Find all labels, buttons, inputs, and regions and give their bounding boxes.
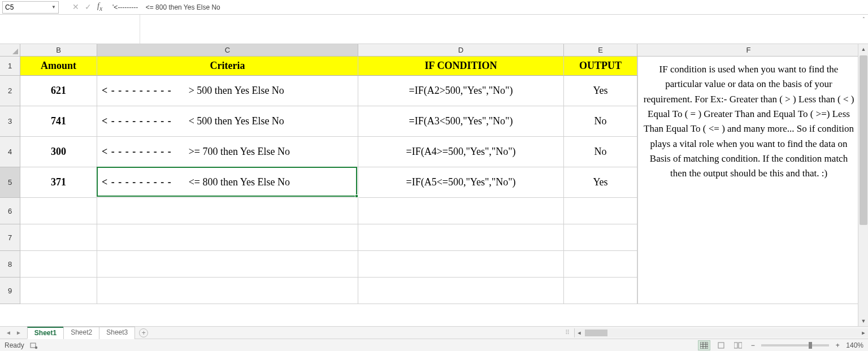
vertical-scrollbar[interactable]: ▲ ▼ (858, 44, 868, 326)
cell-C5[interactable]: < - - - - - - - - -<= 800 then Yes Else … (97, 167, 358, 198)
cell-D8[interactable] (358, 251, 564, 278)
sheet-tabs-bar: ◄ ► Sheet1Sheet2Sheet3 + ⠿ ◄ ► (0, 326, 868, 339)
cell-E1[interactable]: OUTPUT (564, 57, 637, 76)
cell-C3[interactable]: < - - - - - - - - -< 500 then Yes Else N… (97, 106, 358, 137)
cell-B4[interactable]: 300 (20, 137, 97, 167)
sheet-tab-sheet2[interactable]: Sheet2 (63, 327, 99, 339)
cell-D3[interactable]: =IF(A3<500,"Yes","No") (358, 106, 564, 137)
view-page-break-button[interactable] (732, 340, 744, 350)
spreadsheet-grid: BCDEF 123456789 AmountCriteriaIF CONDITI… (0, 44, 868, 326)
status-label: Ready (5, 341, 24, 349)
cell-D1[interactable]: IF CONDITION (358, 57, 564, 76)
name-box-dropdown-icon[interactable]: ▼ (51, 5, 56, 10)
svg-rect-9 (739, 343, 742, 348)
row-header-7[interactable]: 7 (0, 224, 20, 251)
svg-rect-7 (718, 343, 724, 348)
cells-area[interactable]: AmountCriteriaIF CONDITIONOUTPUT621< - -… (20, 57, 637, 304)
cell-D7[interactable] (358, 224, 564, 251)
cell-E5[interactable]: Yes (564, 167, 637, 198)
name-box[interactable]: C5 ▼ (2, 1, 59, 14)
macro-record-icon[interactable] (30, 341, 38, 349)
cell-D2[interactable]: =IF(A2>500,"Yes","No") (358, 76, 564, 106)
cell-B9[interactable] (20, 278, 97, 304)
sheet-tab-sheet3[interactable]: Sheet3 (99, 327, 135, 339)
cell-C4[interactable]: < - - - - - - - - ->= 700 then Yes Else … (97, 137, 358, 167)
row-header-1[interactable]: 1 (0, 57, 20, 76)
column-header-F[interactable]: F (637, 44, 860, 57)
scroll-left-icon[interactable]: ◄ (575, 330, 584, 336)
sheet-nav: ◄ ► (0, 330, 27, 336)
vscroll-thumb[interactable] (860, 55, 867, 225)
svg-point-1 (34, 346, 37, 348)
scroll-down-icon[interactable]: ▼ (858, 316, 868, 326)
row-header-9[interactable]: 9 (0, 278, 20, 304)
cell-C1[interactable]: Criteria (97, 57, 358, 76)
row-header-4[interactable]: 4 (0, 137, 20, 167)
cell-D4[interactable]: =IF(A4>=500,"Yes","No") (358, 137, 564, 167)
formula-bar-text[interactable]: '<--------- <= 800 then Yes Else No (107, 3, 868, 11)
sheet-tab-sheet1[interactable]: Sheet1 (27, 327, 64, 339)
fx-icon[interactable]: fx (97, 2, 102, 12)
cell-E4[interactable]: No (564, 137, 637, 167)
row-header-6[interactable]: 6 (0, 198, 20, 224)
svg-rect-0 (31, 343, 36, 348)
cell-C7[interactable] (97, 224, 358, 251)
sheet-nav-next-icon[interactable]: ► (16, 330, 21, 336)
select-all-corner[interactable] (0, 44, 20, 57)
column-header-B[interactable]: B (20, 44, 97, 57)
scroll-right-icon[interactable]: ► (859, 330, 868, 336)
zoom-slider-thumb[interactable] (809, 342, 812, 349)
column-header-E[interactable]: E (564, 44, 637, 57)
svg-rect-8 (734, 343, 737, 348)
row-header-3[interactable]: 3 (0, 106, 20, 137)
zoom-in-button[interactable]: + (834, 341, 841, 349)
cell-B6[interactable] (20, 198, 97, 224)
cell-B1[interactable]: Amount (20, 57, 97, 76)
cell-B7[interactable] (20, 224, 97, 251)
hscroll-thumb[interactable] (585, 330, 607, 336)
row-header-2[interactable]: 2 (0, 76, 20, 106)
cell-B3[interactable]: 741 (20, 106, 97, 137)
cell-C2[interactable]: < - - - - - - - - -> 500 then Yes Else N… (97, 76, 358, 106)
collapse-formula-bar-icon[interactable]: ˆ (863, 17, 865, 23)
formula-bar-buttons: ✕ ✓ fx (68, 2, 107, 12)
cell-E8[interactable] (564, 251, 637, 278)
cell-E3[interactable]: No (564, 106, 637, 137)
cancel-icon[interactable]: ✕ (72, 2, 79, 11)
sheet-nav-prev-icon[interactable]: ◄ (6, 330, 11, 336)
cell-C8[interactable] (97, 251, 358, 278)
view-normal-button[interactable] (698, 340, 710, 350)
formula-bar-expanded: ˆ (0, 15, 868, 44)
cell-B8[interactable] (20, 251, 97, 278)
formula-bar: C5 ▼ ✕ ✓ fx '<--------- <= 800 then Yes … (0, 0, 868, 15)
name-box-value: C5 (5, 3, 14, 11)
cell-D5[interactable]: =IF(A5<=500,"Yes","No") (358, 167, 564, 198)
zoom-out-button[interactable]: − (749, 341, 757, 349)
zoom-slider[interactable] (761, 344, 829, 346)
cell-C6[interactable] (97, 198, 358, 224)
cell-D6[interactable] (358, 198, 564, 224)
column-headers: BCDEF (20, 44, 860, 57)
row-header-8[interactable]: 8 (0, 251, 20, 278)
add-sheet-button[interactable]: + (139, 328, 148, 337)
cell-E9[interactable] (564, 278, 637, 304)
cell-B5[interactable]: 371 (20, 167, 97, 198)
cell-D9[interactable] (358, 278, 564, 304)
cell-B2[interactable]: 621 (20, 76, 97, 106)
scroll-up-icon[interactable]: ▲ (858, 44, 868, 54)
cell-E2[interactable]: Yes (564, 76, 637, 106)
row-headers: 123456789 (0, 57, 20, 304)
row-header-5[interactable]: 5 (0, 167, 20, 198)
cell-E7[interactable] (564, 224, 637, 251)
zoom-level[interactable]: 140% (846, 341, 863, 349)
cell-F-description[interactable]: IF condition is used when you want to fi… (637, 57, 860, 304)
cell-C9[interactable] (97, 278, 358, 304)
column-header-D[interactable]: D (358, 44, 564, 57)
cell-E6[interactable] (564, 198, 637, 224)
view-page-layout-button[interactable] (715, 340, 727, 350)
column-header-C[interactable]: C (97, 44, 358, 57)
horizontal-scrollbar[interactable]: ◄ ► (574, 328, 868, 337)
tab-split-handle[interactable]: ⠿ (562, 329, 574, 336)
status-bar: Ready − + 140% (0, 339, 868, 351)
enter-icon[interactable]: ✓ (85, 2, 92, 11)
